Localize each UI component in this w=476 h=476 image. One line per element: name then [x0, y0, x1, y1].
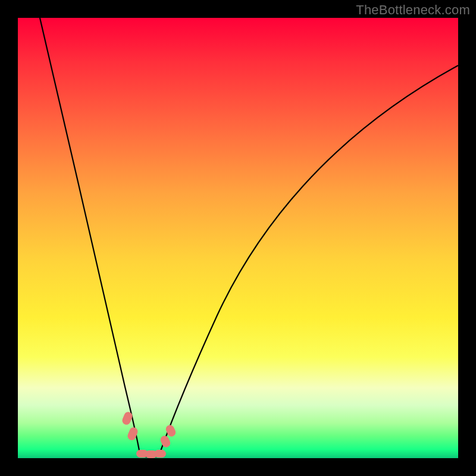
- curve-path: [40, 18, 458, 457]
- marker-floor-right: [154, 450, 166, 458]
- plot-frame: [18, 18, 458, 458]
- bottleneck-curve: [18, 18, 458, 458]
- curve-markers: [121, 411, 177, 458]
- marker-right-lower: [159, 434, 171, 449]
- watermark-text: TheBottleneck.com: [356, 2, 470, 18]
